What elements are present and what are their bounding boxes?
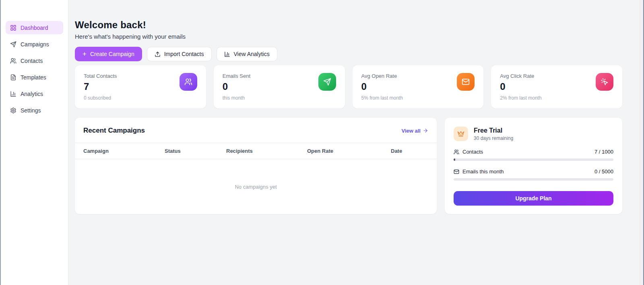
empty-state-message: No campaigns yet	[235, 184, 277, 190]
sidebar-item-label: Campaigns	[21, 41, 49, 48]
sidebar-item-label: Settings	[21, 107, 41, 114]
view-all-label: View all	[402, 128, 421, 134]
stats-row: Total Contacts 7 0 subscribed Emails Sen…	[75, 65, 622, 108]
quick-actions: + Create Campaign Import Contacts View A…	[75, 47, 622, 61]
page-title: Welcome back!	[75, 19, 622, 31]
column-header-recipients: Recipients	[226, 148, 307, 154]
sidebar: Dashboard Campaigns Contacts Templates A…	[1, 0, 68, 285]
gear-icon	[10, 107, 17, 114]
upgrade-plan-button[interactable]: Upgrade Plan	[454, 191, 613, 206]
stat-card-total-contacts: Total Contacts 7 0 subscribed	[75, 65, 206, 108]
users-icon	[454, 149, 459, 155]
send-icon	[318, 73, 336, 91]
sidebar-item-contacts[interactable]: Contacts	[6, 54, 63, 67]
campaigns-table-header: Campaign Status Recipients Open Rate Dat…	[75, 143, 437, 159]
column-header-open-rate: Open Rate	[307, 148, 391, 154]
stat-subtext: 0 subscribed	[84, 95, 197, 101]
send-icon	[10, 41, 17, 48]
stat-card-click-rate: Avg Click Rate 0 2% from last month	[491, 65, 622, 108]
emails-progress-bar	[454, 178, 613, 181]
usage-row-contacts: Contacts 7 / 1000	[454, 149, 613, 155]
stat-subtext: this month	[223, 95, 336, 101]
plan-remaining: 30 days remaining	[474, 135, 513, 141]
usage-row-emails: Emails this month 0 / 5000	[454, 169, 613, 175]
usage-value: 0 / 5000	[594, 169, 613, 175]
import-contacts-label: Import Contacts	[164, 51, 204, 57]
mail-icon	[454, 169, 459, 175]
import-contacts-button[interactable]: Import Contacts	[147, 47, 212, 61]
sidebar-item-analytics[interactable]: Analytics	[6, 87, 63, 100]
bar-chart-icon	[224, 51, 230, 57]
sidebar-item-dashboard[interactable]: Dashboard	[6, 21, 63, 34]
users-icon	[10, 58, 17, 64]
page-subtitle: Here's what's happening with your emails	[75, 33, 622, 40]
plan-name: Free Trial	[474, 127, 513, 134]
usage-value: 7 / 1000	[594, 149, 613, 155]
view-analytics-label: View Analytics	[234, 51, 270, 57]
contacts-progress-bar	[454, 158, 613, 161]
column-header-status: Status	[165, 148, 226, 154]
stat-subtext: 5% from last month	[361, 95, 475, 101]
column-header-date: Date	[391, 148, 428, 154]
stat-card-open-rate: Avg Open Rate 0 5% from last month	[353, 65, 484, 108]
sidebar-item-label: Dashboard	[21, 25, 48, 31]
arrow-right-icon	[423, 128, 428, 133]
sidebar-item-label: Analytics	[21, 91, 43, 97]
stat-subtext: 2% from last month	[500, 95, 613, 101]
upload-icon	[155, 51, 161, 57]
main-content: Welcome back! Here's what's happening wi…	[68, 0, 639, 285]
usage-label: Emails this month	[462, 169, 504, 175]
recent-campaigns-panel: Recent Campaigns View all Campaign Statu…	[75, 118, 437, 214]
sidebar-item-settings[interactable]: Settings	[6, 104, 63, 117]
mail-icon	[457, 73, 475, 91]
view-analytics-button[interactable]: View Analytics	[217, 47, 277, 61]
sidebar-item-templates[interactable]: Templates	[6, 71, 63, 84]
users-icon	[180, 73, 197, 91]
stat-card-emails-sent: Emails Sent 0 this month	[214, 65, 345, 108]
create-campaign-button[interactable]: + Create Campaign	[75, 47, 142, 61]
vertical-scrollbar[interactable]	[639, 0, 644, 285]
recent-campaigns-title: Recent Campaigns	[83, 127, 145, 135]
mouse-pointer-click-icon	[596, 73, 613, 91]
create-campaign-label: Create Campaign	[90, 51, 134, 57]
plan-panel: Free Trial 30 days remaining Contacts 7 …	[445, 118, 622, 214]
view-all-link[interactable]: View all	[402, 128, 428, 134]
sidebar-item-label: Contacts	[21, 58, 43, 64]
bar-chart-icon	[10, 91, 17, 97]
column-header-campaign: Campaign	[83, 148, 165, 154]
sidebar-item-campaigns[interactable]: Campaigns	[6, 37, 63, 51]
crown-icon	[454, 127, 468, 141]
layout-grid-icon	[10, 25, 17, 31]
plus-icon: +	[83, 50, 87, 57]
sidebar-item-label: Templates	[21, 74, 46, 81]
file-text-icon	[10, 74, 17, 81]
usage-label: Contacts	[462, 149, 483, 155]
